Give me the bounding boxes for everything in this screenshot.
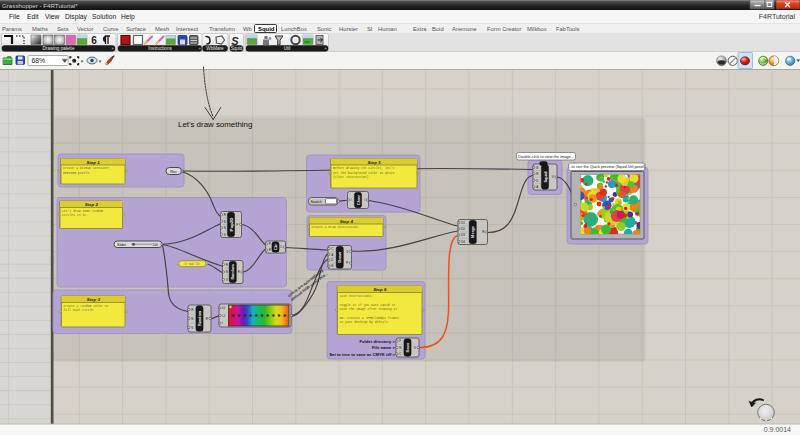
- svg-text:LunchBox: LunchBox: [281, 26, 307, 32]
- svg-text:Squid: Squid: [231, 46, 243, 51]
- svg-text:Cir: Cir: [273, 244, 278, 250]
- svg-text:Sonic: Sonic: [317, 26, 332, 32]
- svg-text:Merge: Merge: [470, 225, 475, 238]
- svg-text:Double-click to view the image: Double-click to view the image...: [518, 154, 574, 159]
- svg-text:L1: L1: [222, 314, 226, 318]
- svg-text:Step 3: Step 3: [87, 297, 101, 302]
- svg-text:Pop2D: Pop2D: [229, 218, 234, 232]
- svg-text:Transform: Transform: [209, 26, 235, 32]
- svg-text:S: S: [226, 278, 228, 282]
- svg-text:D4: D4: [461, 240, 465, 244]
- svg-text:B: B: [224, 220, 226, 224]
- svg-text:Set to true to save as CMYK ti: Set to true to save as CMYK tiff >: [329, 352, 395, 357]
- svg-text:N: N: [226, 270, 228, 274]
- svg-text:D1: D1: [461, 221, 465, 225]
- svg-text:Create a Draw instruction.: Create a Draw instruction.: [312, 225, 360, 229]
- svg-text:SI: SI: [367, 26, 373, 32]
- svg-text:Swatch: Swatch: [311, 200, 322, 204]
- svg-text:toggle it if you want Squid to: toggle it if you want Squid to: [340, 303, 396, 307]
- svg-text:0 · rad · 10: 0 · rad · 10: [185, 262, 200, 266]
- svg-text:Create a bitmap container,: Create a bitmap container,: [63, 166, 111, 170]
- svg-text:L0: L0: [222, 306, 226, 310]
- svg-text:Before drawing the circles, le: Before drawing the circles, let's: [333, 166, 394, 170]
- svg-text:Step 2: Step 2: [85, 202, 99, 207]
- svg-text:Anemone: Anemone: [452, 26, 477, 32]
- svg-text:Milkbox: Milkbox: [527, 26, 547, 32]
- svg-text:N: N: [399, 346, 401, 350]
- svg-text:Draw: Draw: [337, 251, 342, 262]
- svg-text:Intersect: Intersect: [176, 26, 199, 32]
- svg-text:Folder directory >: Folder directory >: [360, 339, 396, 344]
- svg-text:Drawing palette: Drawing palette: [43, 46, 75, 51]
- svg-text:P: P: [236, 223, 238, 227]
- svg-text:B: B: [536, 166, 538, 170]
- svg-text:FabTools: FabTools: [556, 26, 580, 32]
- svg-text:S: S: [191, 326, 193, 330]
- svg-text:F4RTutorial: F4RTutorial: [759, 13, 796, 20]
- svg-text:Surface: Surface: [126, 26, 146, 32]
- svg-text:save the image after viewing i: save the image after viewing it.: [340, 307, 400, 311]
- svg-text:S: S: [231, 35, 239, 47]
- svg-text:Form Creator: Form Creator: [487, 26, 522, 32]
- svg-text:Display: Display: [65, 13, 88, 21]
- svg-text:set the background color to wh: set the background color to white: [333, 171, 394, 175]
- svg-text:Sets: Sets: [57, 26, 69, 32]
- svg-text:Edit: Edit: [27, 13, 39, 20]
- svg-text:6: 6: [91, 35, 97, 46]
- svg-text:N: N: [224, 226, 226, 230]
- svg-text:Grasshopper - F4RTutorial*: Grasshopper - F4RTutorial*: [2, 2, 78, 9]
- svg-text:D3: D3: [461, 233, 465, 237]
- svg-text:V: V: [552, 175, 554, 179]
- svg-text:in your desktop by default.: in your desktop by default.: [340, 320, 390, 324]
- svg-text:600x600 pixels.: 600x600 pixels.: [63, 171, 91, 175]
- svg-text:100: 100: [152, 243, 158, 247]
- svg-text:Extra: Extra: [413, 26, 427, 32]
- svg-text:Random: Random: [231, 264, 235, 280]
- svg-text:Random: Random: [198, 310, 202, 326]
- svg-text:68%: 68%: [32, 57, 46, 64]
- svg-text:Create a random color to: Create a random color to: [64, 304, 109, 308]
- svg-text:Help: Help: [121, 13, 135, 21]
- svg-text:File: File: [9, 13, 20, 20]
- svg-text:Step 6: Step 6: [373, 287, 387, 292]
- svg-text:WbMare: WbMare: [206, 46, 224, 51]
- svg-text:I: I: [364, 198, 365, 202]
- svg-text:...or see the Quick preview (S: ...or see the Quick preview (Squid Util …: [568, 164, 646, 169]
- svg-text:Squid: Squid: [543, 171, 548, 183]
- svg-text:Vector: Vector: [77, 26, 94, 32]
- svg-text:Instructions: Instructions: [148, 46, 172, 51]
- svg-text:View: View: [45, 13, 60, 20]
- svg-text:P: P: [346, 261, 348, 265]
- svg-text:Save: Save: [405, 342, 410, 352]
- svg-text:(Clear instruction).: (Clear instruction).: [333, 175, 370, 179]
- svg-text:F: F: [399, 339, 401, 343]
- svg-text:Human: Human: [378, 26, 397, 32]
- svg-text:Rec: Rec: [170, 169, 177, 174]
- svg-text:Mesh: Mesh: [155, 26, 169, 32]
- svg-text:Params: Params: [2, 26, 22, 32]
- svg-text:B: B: [331, 264, 333, 268]
- svg-text:Maths: Maths: [32, 26, 48, 32]
- svg-text:S: S: [414, 346, 416, 350]
- svg-text:Let's draw something: Let's draw something: [178, 120, 252, 129]
- svg-text:N: N: [191, 317, 193, 321]
- svg-text:NB: creates a JPEG/100dpi fram: NB: creates a JPEG/100dpi frames: [340, 316, 400, 320]
- svg-text:Let's draw some random: Let's draw some random: [62, 209, 103, 213]
- svg-text:P: P: [269, 242, 271, 246]
- svg-text:Curve: Curve: [103, 26, 118, 32]
- svg-text:S: S: [346, 250, 348, 254]
- svg-text:Step 4: Step 4: [340, 219, 354, 224]
- svg-text:0.9.0014: 0.9.0014: [764, 426, 791, 433]
- svg-text:Step 5: Step 5: [367, 160, 381, 165]
- svg-text:D2: D2: [461, 227, 465, 231]
- svg-text:Solution: Solution: [92, 13, 116, 20]
- svg-text:S: S: [224, 233, 226, 237]
- svg-text:File name >: File name >: [372, 345, 395, 350]
- svg-text:Save Instructions:: Save Instructions:: [340, 294, 374, 298]
- svg-text:Util: Util: [284, 46, 291, 51]
- svg-text:Boid: Boid: [432, 26, 444, 32]
- svg-text:Step 1: Step 1: [86, 160, 100, 165]
- svg-text:A: A: [536, 185, 538, 189]
- svg-text:Wb: Wb: [243, 26, 252, 32]
- svg-text:Clear: Clear: [356, 194, 361, 205]
